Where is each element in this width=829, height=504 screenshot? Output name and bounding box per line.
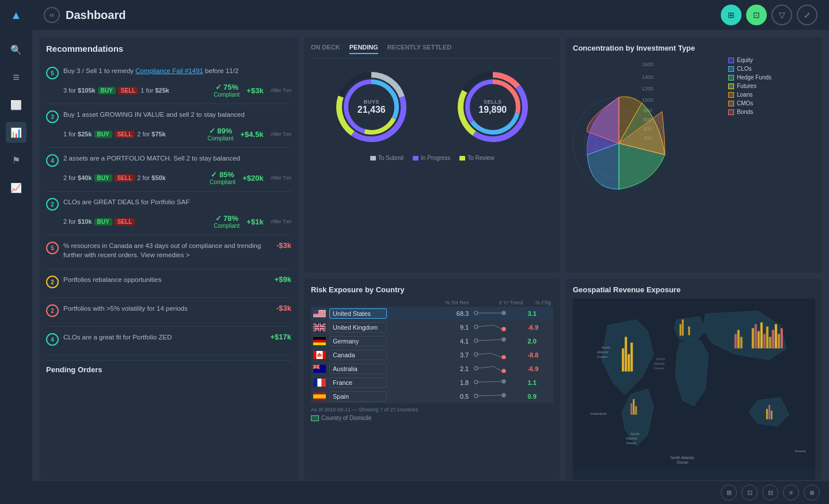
- bottom-split-btn[interactable]: ⊟: [762, 484, 778, 501]
- svg-rect-100: [740, 337, 743, 349]
- svg-text:South: South: [630, 432, 640, 436]
- country-cell: [311, 307, 432, 320]
- sell-tag: SELL: [115, 174, 135, 182]
- svg-rect-102: [755, 324, 757, 348]
- flag-es: [313, 392, 326, 400]
- legend-icon: [728, 101, 734, 106]
- sells-donut: SELLS 19,890: [455, 70, 530, 144]
- trend-cell: [471, 334, 525, 348]
- page-title: Dashboard: [66, 9, 126, 22]
- svg-rect-105: [763, 334, 766, 348]
- svg-text:1000: 1000: [642, 97, 653, 103]
- country-input-au[interactable]: [329, 364, 387, 374]
- legend-icon: [728, 109, 734, 115]
- bottom-grid-btn[interactable]: ⊞: [721, 484, 737, 501]
- pct-cell: 2.1: [432, 362, 471, 376]
- sidebar-item-search[interactable]: 🔍: [6, 39, 26, 60]
- svg-rect-101: [752, 328, 754, 348]
- bottom-list-btn[interactable]: ⊡: [741, 484, 758, 501]
- country-input-fr[interactable]: [329, 377, 387, 388]
- buys-label: BUYS 21,436: [358, 99, 386, 115]
- pending-orders-label: Pending Orders: [46, 360, 291, 374]
- svg-rect-99: [737, 330, 740, 348]
- risk-table: % Tot Rev 3 Yr Trend % Chg: [311, 299, 553, 403]
- svg-rect-92: [625, 337, 627, 372]
- expand-button[interactable]: ⤢: [797, 5, 817, 25]
- rec-badge: 4: [46, 333, 59, 346]
- sidebar-item-layers[interactable]: ≡: [6, 67, 26, 87]
- table-row: 0.5 0.9: [311, 390, 553, 403]
- buys-donut-wrapper: BUYS 21,436: [334, 70, 409, 144]
- legend-icon: [728, 75, 734, 81]
- svg-rect-98: [735, 334, 737, 348]
- sells-donut-wrapper: SELLS 19,890: [455, 70, 530, 144]
- after-stat: +$4.5k: [241, 130, 264, 139]
- rec-badge: 3: [46, 110, 59, 123]
- legend-icon: [728, 66, 734, 72]
- bottom-add-btn[interactable]: ⊕: [804, 484, 820, 501]
- legend-dot: [459, 156, 465, 161]
- rec-item: 4 2 assets are a PORTFOLIO MATCH. Sell 2…: [46, 148, 291, 192]
- svg-rect-80: [313, 379, 317, 387]
- svg-rect-97: [688, 326, 690, 335]
- trend-cell: [471, 362, 525, 376]
- trend-sparkline: [473, 308, 508, 318]
- geo-title: Geospatial Revenue Exposure: [573, 285, 815, 294]
- buys-title: BUYS: [358, 99, 386, 105]
- after-label: After Txn: [271, 219, 291, 224]
- trend-sparkline: [473, 391, 508, 400]
- flag-ca: 🍁: [313, 351, 326, 359]
- sidebar-item-box[interactable]: ⬜: [6, 94, 26, 115]
- country-cell: [311, 376, 432, 390]
- svg-line-84: [478, 381, 502, 382]
- rec-text: Portfolios with >5% volatility for 14 pe…: [63, 304, 272, 313]
- rec-text: % resources in Canada are 43 days out of…: [63, 241, 272, 259]
- grid-view-button[interactable]: ⊞: [721, 5, 741, 25]
- chg-cell: -6.9: [525, 320, 553, 334]
- rec-text: CLOs are a great fit for Portfolio ZED: [63, 333, 265, 342]
- sidebar-item-chart[interactable]: 📊: [6, 122, 26, 143]
- country-input-gb[interactable]: [329, 322, 387, 333]
- legend-in-progress: In Progress: [413, 155, 450, 161]
- donut-legend: To Submit In Progress To Review: [311, 155, 553, 161]
- country-input-es[interactable]: [329, 391, 387, 402]
- tab-recently-settled[interactable]: RECENTLY SETTLED: [387, 44, 451, 54]
- grid-view-button-2[interactable]: ⊡: [746, 5, 767, 25]
- trend-sparkline: [473, 336, 508, 345]
- country-input-ca[interactable]: [329, 350, 387, 360]
- back-button[interactable]: ‹‹: [44, 7, 60, 23]
- filter-button[interactable]: ▽: [771, 5, 792, 25]
- svg-rect-109: [775, 324, 777, 348]
- main-content: Recommendations 5 Buy 3 / Sell 1 to reme…: [32, 30, 829, 504]
- svg-text:North Atlantic: North Atlantic: [671, 456, 695, 460]
- tab-on-deck[interactable]: ON DECK: [311, 44, 340, 54]
- svg-rect-114: [635, 406, 637, 415]
- country-input-de[interactable]: [329, 336, 387, 346]
- svg-line-56: [478, 339, 502, 341]
- svg-rect-93: [628, 354, 630, 372]
- compliance-link[interactable]: Compliance Fail #1491: [135, 67, 203, 74]
- country-cell: [311, 390, 432, 403]
- bottom-menu-btn[interactable]: ≡: [783, 484, 799, 501]
- svg-text:Ocean: Ocean: [676, 460, 689, 464]
- svg-line-50: [493, 325, 502, 329]
- svg-line-78: [493, 366, 502, 371]
- legend-label: Equity: [737, 57, 753, 63]
- chg-cell: 1.1: [525, 376, 553, 390]
- svg-text:1400: 1400: [642, 74, 653, 80]
- sidebar-item-trend[interactable]: 📈: [6, 177, 26, 198]
- table-row: 2.1 -6.9: [311, 362, 553, 376]
- country-input-us[interactable]: [329, 308, 387, 319]
- after-stat: -$3k: [276, 304, 291, 312]
- rec-item: 3 Buy 1 asset GROWING IN VALUE and sell …: [46, 104, 291, 148]
- after-stat: -$3k: [276, 241, 291, 250]
- svg-rect-32: [313, 314, 326, 315]
- tab-pending[interactable]: PENDING: [349, 44, 378, 54]
- sidebar-item-flag[interactable]: ⚑: [6, 150, 26, 170]
- svg-point-76: [474, 366, 478, 370]
- svg-rect-95: [679, 324, 681, 335]
- bottom-bar: ⊞ ⊡ ⊟ ≡ ⊕: [32, 481, 829, 504]
- svg-rect-59: [313, 351, 317, 359]
- flag-us: [313, 310, 326, 318]
- svg-point-48: [474, 325, 478, 329]
